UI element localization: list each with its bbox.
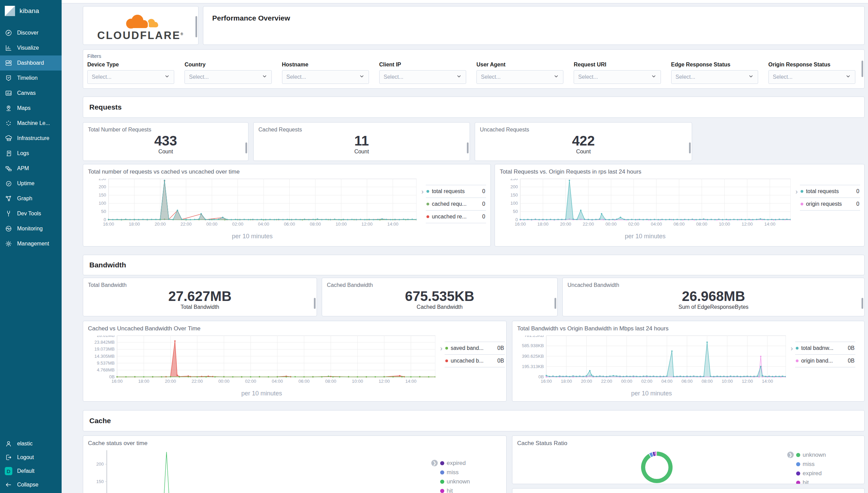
filter-select-device-type[interactable]: Select... xyxy=(87,70,174,84)
sidebar-item-management[interactable]: Management xyxy=(0,236,62,251)
legend-item-expired[interactable]: expired xyxy=(440,458,503,468)
scrollbar[interactable] xyxy=(467,142,469,153)
metric-value: 675.535KB xyxy=(405,289,474,303)
filter-select-client-ip[interactable]: Select... xyxy=(379,70,466,84)
filter-label: Request URI xyxy=(574,62,665,68)
svg-text:00:00: 00:00 xyxy=(605,222,617,227)
sidebar-item-maps[interactable]: Maps xyxy=(0,101,62,116)
sidebar-item-machine-le[interactable]: Machine Le... xyxy=(0,116,62,131)
filter-select-origin-response-status[interactable]: Select... xyxy=(768,70,855,84)
chevron-down-icon xyxy=(262,74,267,80)
sidebar-item-graph[interactable]: Graph xyxy=(0,191,62,206)
sidebar-item-label: elastic xyxy=(17,441,33,447)
legend-item-total-requests[interactable]: total requests0 xyxy=(800,185,860,198)
svg-text:100: 100 xyxy=(99,201,106,206)
legend-collapse-icon[interactable]: › xyxy=(421,188,424,240)
legend-dot xyxy=(445,359,448,362)
legend-item-miss[interactable]: miss xyxy=(440,468,503,477)
chart-legend: ❯expiredmissunknownhitrevalidated xyxy=(440,458,503,493)
sidebar-item-apm[interactable]: APM xyxy=(0,161,62,176)
scrollbar[interactable] xyxy=(245,142,247,153)
sidebar-item-discover[interactable]: Discover xyxy=(0,25,62,40)
metric-unit: Count xyxy=(158,149,173,155)
svg-text:18:00: 18:00 xyxy=(561,379,572,384)
legend-item-expired[interactable]: expired xyxy=(796,469,859,478)
metric-center: 422Count xyxy=(480,131,687,156)
legend-value: 0 xyxy=(482,188,485,194)
chevron-down-icon xyxy=(553,74,559,80)
filter-select-user-agent[interactable]: Select... xyxy=(476,70,563,84)
filter-label: Client IP xyxy=(379,62,471,68)
filter-select-request-uri[interactable]: Select... xyxy=(574,70,661,84)
sidebar-item-dev-tools[interactable]: Dev Tools xyxy=(0,206,62,221)
svg-text:10:00: 10:00 xyxy=(719,222,730,227)
sidebar-item-timelion[interactable]: Timelion xyxy=(0,71,62,86)
sidebar-item-visualize[interactable]: Visualize xyxy=(0,40,62,55)
sidebar-item-label: Infrastructure xyxy=(17,135,49,141)
legend-item-uncached-re[interactable]: uncached re...0 xyxy=(426,210,486,223)
legend-item-hit[interactable]: hit xyxy=(440,486,503,493)
sidebar-footer-item-logout[interactable]: Logout xyxy=(0,451,62,464)
legend-item-total-badnw[interactable]: total badnw...0B xyxy=(795,342,855,354)
legend-collapse-icon[interactable]: › xyxy=(791,344,793,397)
legend-collapse-icon[interactable]: ❯ xyxy=(431,460,438,466)
legend-item-uncached-b[interactable]: uncached b...0B xyxy=(445,354,505,367)
legend-item-origin-requests[interactable]: origin requests0 xyxy=(800,198,860,211)
sidebar-item-dashboard[interactable]: Dashboard xyxy=(0,55,62,71)
filter-select-hostname[interactable]: Select... xyxy=(282,70,369,84)
filter-label: Hostname xyxy=(282,62,374,68)
panel-bandwidth-total-vs-origin: Total Bandwidth vs Origin Bandwidth in M… xyxy=(512,321,865,402)
legend-item-hit[interactable]: hit xyxy=(796,478,859,484)
sidebar-item-monitoring[interactable]: Monitoring xyxy=(0,221,62,236)
scrollbar[interactable] xyxy=(554,298,556,309)
legend-collapse-icon[interactable]: ❯ xyxy=(787,452,794,458)
svg-text:150: 150 xyxy=(96,479,104,484)
legend-item-miss[interactable]: miss xyxy=(796,459,859,469)
requests-section-panel: Requests xyxy=(83,97,865,118)
sidebar-footer-item-collapse[interactable]: Collapse xyxy=(0,478,62,492)
legend-label: total requests xyxy=(432,188,480,194)
legend-item-cached-requ[interactable]: cached requ...0 xyxy=(426,198,486,210)
sidebar-item-uptime[interactable]: Uptime xyxy=(0,176,62,191)
legend-collapse-icon[interactable]: › xyxy=(795,188,798,240)
sidebar-item-logs[interactable]: Logs xyxy=(0,146,62,161)
kibana-home-link[interactable]: kibana xyxy=(0,0,62,22)
scrollbar[interactable] xyxy=(861,298,863,309)
legend-item-unknown[interactable]: unknown xyxy=(796,450,859,459)
legend-item-total-requests[interactable]: total requests0 xyxy=(426,185,486,198)
sidebar-item-label: Dev Tools xyxy=(17,211,41,217)
canvas-icon xyxy=(5,89,12,97)
metric-center: 27.627MBTotal Bandwidth xyxy=(88,287,312,312)
panel-requests-vs-origin: Total Requests vs. Origin Requests in rp… xyxy=(495,164,865,246)
sidebar-item-label: Graph xyxy=(17,195,32,202)
legend-dot xyxy=(801,203,803,205)
svg-text:0: 0 xyxy=(104,217,106,222)
filters-panel: Filters Device TypeSelect...CountrySelec… xyxy=(83,49,865,89)
filter-select-edge-response-status[interactable]: Select... xyxy=(671,70,758,84)
sidebar-item-canvas[interactable]: Canvas xyxy=(0,86,62,101)
legend-collapse-icon[interactable]: › xyxy=(440,344,443,397)
sidebar-footer-item-elastic[interactable]: elastic xyxy=(0,437,62,451)
metric-uncached-bandwidth: Uncached Bandwidth26.968MBSum of EdgeRes… xyxy=(562,278,865,316)
metric-value: 27.627MB xyxy=(168,289,232,303)
svg-text:00:00: 00:00 xyxy=(206,222,218,227)
scrollbar[interactable] xyxy=(195,16,197,37)
scrollbar[interactable] xyxy=(861,61,863,77)
filter-select-country[interactable]: Select... xyxy=(184,70,271,84)
cache-status-donut[interactable] xyxy=(641,452,673,483)
svg-text:50: 50 xyxy=(101,209,106,214)
legend-item-saved-band[interactable]: saved band...0B xyxy=(445,342,505,354)
legend-item-unknown[interactable]: unknown xyxy=(440,477,503,486)
space-default-badge: D xyxy=(5,467,12,475)
sidebar-footer-item-default[interactable]: DDefault xyxy=(0,464,62,478)
chart-title: Total Requests vs. Origin Requests in rp… xyxy=(500,168,859,175)
legend-item-origin-band[interactable]: origin band...0B xyxy=(795,354,855,367)
filter-label: User Agent xyxy=(476,62,568,68)
sidebar-item-infrastructure[interactable]: Infrastructure xyxy=(0,131,62,146)
panel-bandwidth-cached-vs-uncached: Cached vs Uncached Bandwidth Over Time 1… xyxy=(83,321,507,402)
legend-dot xyxy=(440,480,444,484)
legend-dot xyxy=(440,461,444,465)
chart-plot: 16:0018:0020:0022:0000:0002:0004:0006:00… xyxy=(88,179,417,240)
scrollbar[interactable] xyxy=(689,142,691,153)
scrollbar[interactable] xyxy=(314,298,316,309)
